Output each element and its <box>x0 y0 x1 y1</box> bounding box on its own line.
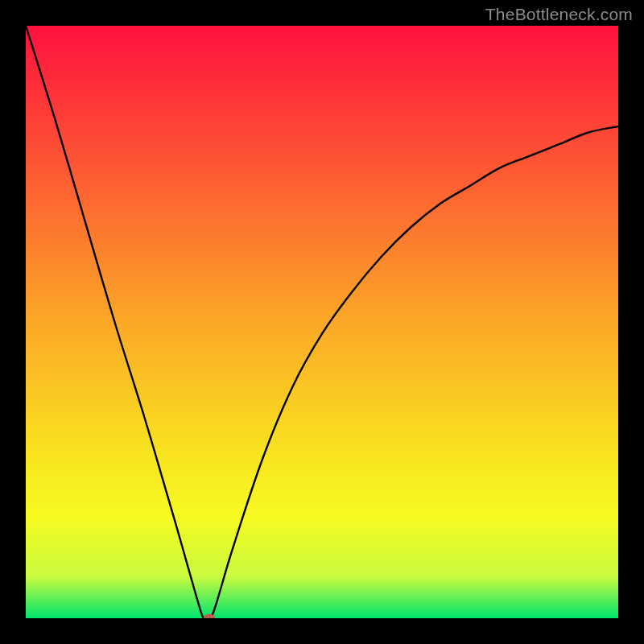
plot-area <box>26 26 618 618</box>
chart-frame: TheBottleneck.com <box>0 0 644 644</box>
bottleneck-curve <box>26 26 618 618</box>
optimal-point-marker <box>204 614 215 619</box>
watermark-text: TheBottleneck.com <box>485 5 633 24</box>
